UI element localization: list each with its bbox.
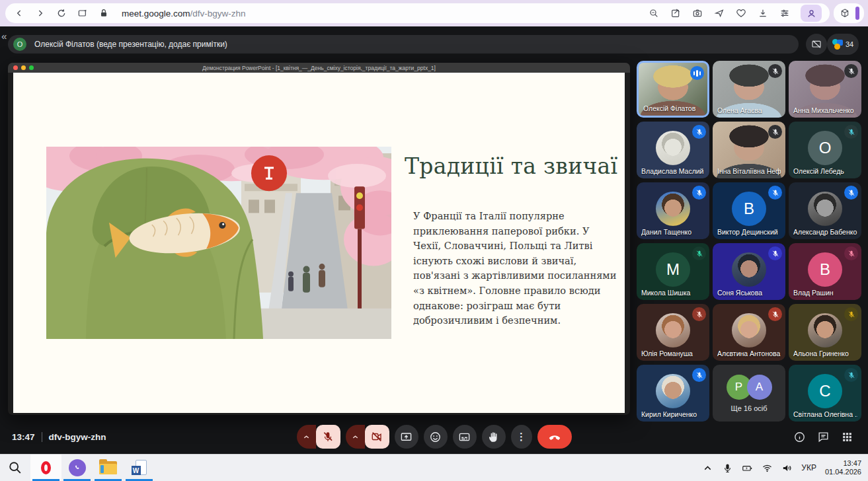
taskbar-opera-button[interactable] [30, 455, 61, 481]
mic-off-icon [695, 250, 703, 258]
mic-off-icon [695, 189, 703, 197]
meet-controls-bar: 13:47 dfv-bgyw-zhn [0, 423, 868, 451]
participant-avatar [656, 192, 690, 226]
chat-icon[interactable] [817, 431, 830, 443]
send-flow-icon[interactable] [713, 7, 725, 19]
mic-off-icon [848, 67, 855, 75]
mic-status-badge [768, 246, 782, 260]
participant-tile[interactable]: Інна Віталіївна Нефь... [713, 122, 785, 178]
snapshot-camera-icon[interactable] [691, 7, 703, 19]
ppt-window-title: Демонстрация PowerPoint - [1_квітня_—_Де… [202, 65, 436, 71]
taskbar-viber-button[interactable] [61, 455, 93, 481]
participant-tile[interactable]: M Микола Шишка [637, 243, 709, 300]
tray-mic-icon[interactable] [722, 462, 733, 474]
participant-tile[interactable]: Соня Яськова [713, 243, 785, 300]
speaking-indicator-icon [693, 70, 701, 77]
participant-name: Інна Віталіївна Нефь... [717, 167, 781, 175]
presentation-indicator-button[interactable] [806, 34, 827, 55]
participants-count-button[interactable]: 34 [827, 34, 859, 55]
heart-bookmark-icon[interactable] [735, 7, 747, 19]
participant-tile[interactable]: Данил Тащенко [637, 182, 709, 239]
participant-avatar [656, 313, 690, 348]
apps-grid-icon[interactable] [841, 431, 853, 443]
tune-icon[interactable] [779, 7, 791, 19]
screen: meet.google.com/dfv-bgyw-zhn [0, 0, 868, 481]
end-call-button[interactable] [537, 425, 572, 449]
mic-status-badge [768, 64, 782, 78]
maximize-traffic-light[interactable] [29, 65, 34, 70]
tray-volume-icon[interactable] [781, 462, 793, 474]
mic-control-group [297, 425, 340, 449]
language-indicator[interactable]: УКР [801, 463, 816, 472]
participant-tile[interactable]: B Влад Рашин [789, 243, 861, 300]
camera-off-icon [371, 431, 383, 443]
zoom-out-icon[interactable] [648, 7, 660, 19]
mic-off-icon [771, 67, 779, 75]
tray-battery-icon[interactable] [742, 462, 753, 474]
participant-tile[interactable]: Олексій Філатов [637, 61, 709, 118]
back-icon[interactable] [13, 7, 25, 19]
compose-icon[interactable] [670, 7, 682, 19]
close-traffic-light[interactable] [13, 65, 18, 70]
participant-tile[interactable]: O Олексій Лебедь [789, 122, 861, 178]
presenter-banner-text: Олексій Філатов (веде презентацію, додає… [34, 40, 227, 49]
camera-options-button[interactable] [346, 425, 365, 449]
search-icon [8, 461, 22, 475]
mic-options-button[interactable] [297, 425, 316, 449]
participant-tile[interactable]: B Виктор Дещинский [713, 182, 785, 239]
tab-media-icon[interactable] [77, 7, 89, 19]
taskbar-word-button[interactable]: W [124, 455, 155, 481]
address-bar[interactable]: meet.google.com/dfv-bgyw-zhn [5, 3, 830, 23]
cube-icon[interactable] [839, 7, 851, 19]
participant-name: Олексій Лебедь [793, 167, 857, 175]
present-icon [400, 431, 413, 443]
mic-off-icon [848, 250, 855, 258]
meet-app: « O Олексій Філатов (веде презентацію, д… [0, 26, 868, 454]
smiley-icon [429, 431, 442, 443]
sidebar-handle[interactable] [855, 7, 859, 20]
mic-off-icon [771, 128, 779, 136]
mic-status-badge [692, 368, 706, 382]
captions-button[interactable] [453, 425, 477, 449]
participant-tile[interactable]: PA Ще 16 осіб [713, 365, 785, 422]
opera-icon [41, 461, 51, 474]
present-button[interactable] [395, 425, 418, 449]
download-icon[interactable] [757, 7, 769, 19]
participant-avatar: O [808, 131, 842, 165]
raise-hand-button[interactable] [482, 425, 506, 449]
participant-tile[interactable]: Олена Агаєва [713, 61, 785, 118]
participant-tile[interactable]: Александр Бабенко [789, 182, 861, 239]
forward-icon[interactable] [34, 7, 46, 19]
participant-avatar [808, 192, 842, 226]
participant-tile[interactable]: C Світлана Олегівна ... [789, 365, 861, 422]
taskbar-explorer-button[interactable] [93, 455, 124, 481]
more-options-button[interactable]: ⋮ [511, 425, 532, 449]
tray-expand-icon[interactable] [702, 462, 713, 474]
camera-control-group [346, 425, 389, 449]
sidebar-tools-pill[interactable] [834, 3, 864, 23]
slide: Традиції та звичаї У Франції та Італії п… [13, 73, 625, 413]
info-icon[interactable] [793, 431, 806, 443]
ppt-titlebar[interactable]: Демонстрация PowerPoint - [1_квітня_—_Де… [8, 63, 630, 73]
tray-wifi-icon[interactable] [762, 462, 773, 474]
camera-toggle-button[interactable] [365, 425, 389, 449]
profile-icon[interactable] [801, 5, 822, 22]
participant-tile[interactable]: Анна Михальченко [789, 61, 861, 118]
url-text[interactable]: meet.google.com/dfv-bgyw-zhn [122, 9, 246, 18]
minimize-traffic-light[interactable] [21, 65, 26, 70]
participant-tile[interactable]: Алєвтина Антонова [713, 304, 785, 361]
slide-title: Традиції та звичаї [405, 153, 623, 179]
participant-tile[interactable]: Юлія Романуша [637, 304, 709, 361]
participant-tile[interactable]: Владислав Маслий [637, 122, 709, 178]
reload-icon[interactable] [56, 7, 67, 19]
clock[interactable]: 13:47 01.04.2026 [825, 459, 861, 476]
participant-tile[interactable]: Альона Гриненко [789, 304, 861, 361]
mic-off-icon [848, 128, 855, 136]
participant-tile[interactable]: Кирил Кириченко [637, 365, 709, 422]
lock-icon [98, 7, 110, 19]
reactions-button[interactable] [424, 425, 448, 449]
participants-grid: Олексій Філатов Олена Агаєва Анна Михаль… [637, 61, 868, 422]
taskbar-search-button[interactable] [0, 455, 30, 481]
sidebar-collapse-icon[interactable]: « [1, 30, 7, 42]
mic-toggle-button[interactable] [316, 425, 340, 449]
